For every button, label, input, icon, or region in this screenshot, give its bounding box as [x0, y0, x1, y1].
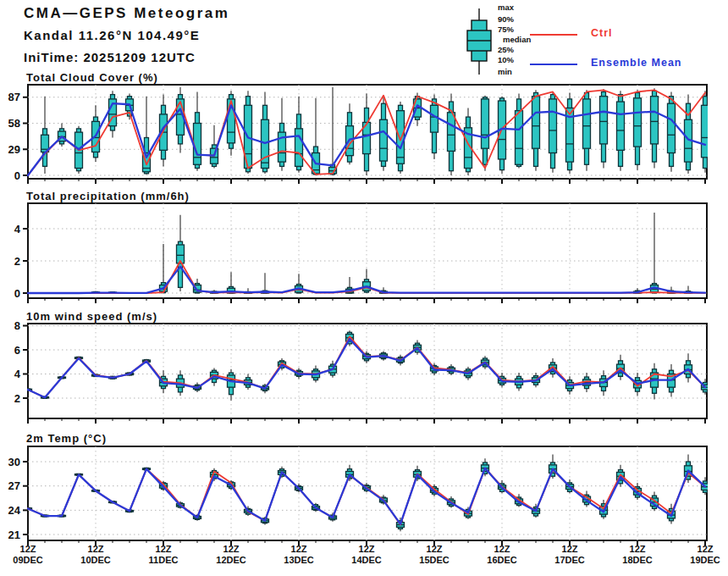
legend-max-label: max — [498, 3, 514, 12]
svg-text:17DEC: 17DEC — [554, 555, 585, 565]
svg-text:12Z: 12Z — [698, 544, 714, 554]
svg-text:12Z: 12Z — [630, 544, 646, 554]
svg-text:12Z: 12Z — [88, 544, 104, 554]
svg-text:11DEC: 11DEC — [149, 555, 179, 565]
page-title: CMA—GEPS Meteogram — [24, 5, 229, 22]
svg-text:15DEC: 15DEC — [419, 555, 449, 565]
legend-25-label: 25% — [498, 45, 514, 54]
svg-text:21: 21 — [8, 529, 20, 541]
boxplot-legend-icon — [466, 7, 493, 78]
legend-min-label: min — [498, 67, 512, 76]
ensemble-mean-line-sample — [530, 64, 577, 65]
ensemble-mean-label: Ensemble Mean — [591, 57, 681, 69]
svg-text:10DEC: 10DEC — [80, 555, 111, 565]
station-location: Kandal 11.26°N 104.49°E — [24, 28, 200, 42]
svg-text:30: 30 — [8, 456, 20, 468]
svg-text:14DEC: 14DEC — [351, 555, 382, 565]
svg-text:09DEC: 09DEC — [13, 555, 43, 565]
svg-text:58: 58 — [8, 117, 20, 130]
svg-text:19DEC: 19DEC — [690, 555, 720, 565]
legend-10-label: 10% — [498, 55, 514, 64]
svg-text:12DEC: 12DEC — [216, 555, 246, 565]
legend-median-label: median — [503, 35, 531, 44]
svg-text:2: 2 — [14, 255, 20, 268]
cloud-panel: 0295887 — [8, 85, 709, 184]
panel-title-temperature: 2m Temp (°C) — [26, 432, 107, 445]
svg-text:0: 0 — [14, 287, 20, 300]
meteogram-plot: 029588702424682124273012Z09DEC12Z10DEC12… — [0, 0, 728, 576]
legend-75-label: 75% — [498, 25, 514, 34]
temp-panel: 21242730 — [8, 446, 709, 546]
wind-panel: 2468 — [14, 319, 709, 424]
svg-text:4: 4 — [14, 368, 21, 380]
svg-text:29: 29 — [8, 143, 20, 156]
svg-text:12Z: 12Z — [291, 544, 307, 554]
svg-text:27: 27 — [8, 479, 20, 492]
svg-text:8: 8 — [14, 319, 20, 332]
meteogram-app: 029588702424682124273012Z09DEC12Z10DEC12… — [0, 0, 728, 576]
svg-text:12Z: 12Z — [427, 544, 443, 554]
panel-title-wind-speed: 10m wind speed (m/s) — [26, 310, 157, 323]
svg-text:12Z: 12Z — [223, 544, 240, 554]
svg-text:16DEC: 16DEC — [487, 555, 517, 565]
svg-text:4: 4 — [14, 223, 21, 235]
svg-text:13DEC: 13DEC — [284, 555, 314, 565]
svg-text:87: 87 — [8, 91, 20, 103]
legend-90-label: 90% — [498, 14, 514, 24]
svg-text:24: 24 — [8, 504, 21, 517]
svg-text:18DEC: 18DEC — [622, 555, 653, 565]
svg-text:12Z: 12Z — [359, 544, 375, 554]
svg-text:12Z: 12Z — [494, 544, 510, 554]
legend: max 90% 75% median 25% 10% min Ctrl Ense… — [455, 5, 709, 80]
svg-text:12Z: 12Z — [20, 544, 36, 554]
svg-text:12Z: 12Z — [562, 544, 578, 554]
svg-text:0: 0 — [14, 169, 20, 182]
panel-title-cloud-cover: Total Cloud Cover (%) — [26, 71, 158, 84]
init-time: IniTime: 20251209 12UTC — [24, 50, 196, 64]
svg-text:2: 2 — [14, 392, 20, 405]
precip-panel: 024 — [14, 203, 707, 303]
x-axis-labels: 12Z09DEC12Z10DEC12Z11DEC12Z12DEC12Z13DEC… — [13, 544, 720, 565]
ctrl-line-sample — [530, 34, 577, 36]
ctrl-label: Ctrl — [591, 27, 613, 39]
svg-text:12Z: 12Z — [156, 544, 172, 554]
panel-title-precipitation: Total precipitation (mm/6h) — [26, 190, 190, 202]
svg-text:6: 6 — [14, 344, 20, 357]
